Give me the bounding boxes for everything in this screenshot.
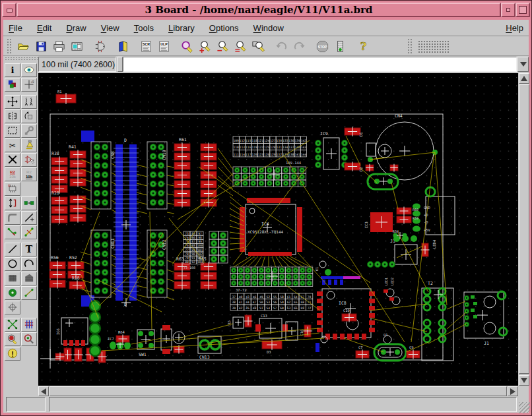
pcb-label-IC9[interactable]: IC9 <box>320 131 328 136</box>
pcb-label-R64[interactable]: R64 <box>118 330 125 334</box>
tool-auto[interactable] <box>21 318 37 332</box>
tool-pinswap[interactable] <box>5 196 20 210</box>
pcb-label-CN11[interactable]: CN11 <box>110 238 116 249</box>
tool-display[interactable] <box>5 78 20 92</box>
tool-mark[interactable]: +9 <box>21 78 37 92</box>
pcb-label-GND[interactable]: GND <box>424 206 430 210</box>
menu-options[interactable]: Options <box>209 23 239 33</box>
menu-draw[interactable]: Draw <box>66 23 86 33</box>
pcb-label-IC8[interactable]: IC8 <box>339 301 347 306</box>
tool-rotate[interactable] <box>21 109 37 123</box>
menu-library[interactable]: Library <box>168 23 195 33</box>
scroll-down-button[interactable] <box>519 375 529 386</box>
pcb-label-LED1[interactable]: LED1 <box>384 278 388 285</box>
vertical-scroll-thumb[interactable] <box>519 84 529 374</box>
tool-rect[interactable] <box>5 272 20 285</box>
pcb-label-C7[interactable]: C7 <box>358 345 363 349</box>
zoom-fit-button[interactable] <box>179 38 195 55</box>
pcb-label-109-144[interactable]: 109-144 <box>286 161 302 165</box>
tool-name[interactable]: R210k <box>5 167 20 181</box>
tool-group[interactable] <box>5 124 20 138</box>
tool-signal[interactable] <box>21 286 37 300</box>
tool-warn[interactable]: ! <box>5 347 20 361</box>
pcb-drawing[interactable]: R1R41R38R28R56R52R18CN8CN10CN11CN12DDR61… <box>38 73 518 386</box>
pcb-label-D3[interactable]: D3 <box>267 350 271 354</box>
tool-drc[interactable] <box>5 332 20 346</box>
pcb-label-K1[interactable]: K1 <box>315 267 319 271</box>
pcb-label-R60[interactable]: R60 <box>413 208 418 212</box>
tool-smash[interactable] <box>5 182 20 196</box>
save-button[interactable] <box>33 38 50 55</box>
horizontal-scroll-thumb[interactable] <box>50 386 507 396</box>
tool-copy[interactable] <box>21 95 37 109</box>
stop-button[interactable]: STOP <box>314 38 331 55</box>
undo-button[interactable] <box>273 38 290 55</box>
maximize-button[interactable] <box>515 3 530 17</box>
tool-hole[interactable] <box>5 301 20 314</box>
tool-arc[interactable] <box>21 257 37 271</box>
tool-change[interactable] <box>21 124 37 138</box>
pcb-label-IC7[interactable]: IC7 <box>108 337 114 341</box>
pcb-label-D1[interactable]: D1 <box>359 132 363 136</box>
pcb-label-XC95128XL-TQ144[interactable]: XC95128XL-TQ144 <box>248 229 284 234</box>
help-button[interactable]: ? <box>355 38 372 55</box>
pcb-label-R18[interactable]: R18 <box>72 276 80 281</box>
board-canvas[interactable]: R1R41R38R28R56R52R18CN8CN10CN11CN12DDR61… <box>38 73 518 386</box>
tool-info[interactable]: i <box>5 63 20 77</box>
vertical-scrollbar[interactable] <box>519 73 529 386</box>
gate-button[interactable] <box>92 38 108 55</box>
tool-route[interactable] <box>5 225 20 239</box>
tool-cut[interactable]: ✂ <box>5 138 20 152</box>
tool-miter[interactable] <box>5 211 20 225</box>
palette-grip[interactable] <box>5 57 38 61</box>
pcb-label-R59[interactable]: R59 <box>413 216 418 220</box>
tool-split[interactable] <box>21 211 37 225</box>
zoom-select-button[interactable] <box>232 38 249 55</box>
tool-paste[interactable] <box>21 138 37 152</box>
zoom-out-button[interactable] <box>215 38 231 55</box>
tool-text[interactable]: T <box>21 243 37 256</box>
tool-via[interactable] <box>5 286 20 300</box>
print-button[interactable] <box>51 38 67 55</box>
open-button[interactable] <box>15 38 32 55</box>
pcb-label-D2[interactable]: D2 <box>359 167 363 171</box>
pcb-label-R41[interactable]: R41 <box>69 144 77 150</box>
pcb-label-R52[interactable]: R52 <box>69 255 77 260</box>
tool-errors[interactable] <box>21 332 37 346</box>
pcb-label-+D[interactable]: +D <box>424 213 428 217</box>
pcb-label-R34[interactable]: R34 <box>393 229 399 233</box>
pcb-label-CN10[interactable]: CN10 <box>162 150 167 160</box>
pcb-label-SW1[interactable]: SW1 <box>139 352 147 357</box>
library-button[interactable] <box>115 38 131 55</box>
toolbar-grip[interactable] <box>7 38 13 54</box>
tool-replace[interactable] <box>21 196 37 210</box>
frame-bottom[interactable] <box>1 413 531 415</box>
resize-grip[interactable] <box>519 402 530 413</box>
pcb-label-C10[interactable]: C10 <box>343 309 350 312</box>
pcb-label-37-72[interactable]: 37-72 <box>236 288 247 292</box>
traffic-light-button[interactable] <box>332 38 349 55</box>
tool-polygon[interactable] <box>21 272 37 285</box>
pcb-label-LED4[interactable]: LED4 <box>432 239 436 249</box>
tool-value[interactable]: R210k <box>21 167 37 181</box>
horizontal-scrollbar[interactable] <box>38 386 518 396</box>
scroll-right-button[interactable] <box>508 386 518 396</box>
pcb-label-C13[interactable]: C13 <box>261 314 267 318</box>
scroll-left-button[interactable] <box>38 386 49 396</box>
scr-button[interactable]: SCR <box>138 38 154 55</box>
tool-ratsnest[interactable] <box>5 318 20 332</box>
scroll-up-button[interactable] <box>519 73 529 84</box>
redo-button[interactable] <box>291 38 308 55</box>
menu-help[interactable]: Help <box>506 23 523 33</box>
titlebar[interactable]: 3 Board - /home/nari/eagle/V11/V11a.brd <box>17 3 501 17</box>
window-menu-button[interactable] <box>2 3 17 17</box>
pcb-label-R38[interactable]: R38 <box>51 151 59 156</box>
menu-file[interactable]: File <box>9 23 22 33</box>
tool-show[interactable] <box>21 63 37 77</box>
pcb-label-73-108[interactable]: 73-108 <box>183 266 195 270</box>
tool-mirror[interactable] <box>5 109 20 123</box>
command-history-dropdown[interactable] <box>517 57 529 72</box>
frame-left[interactable] <box>1 1 3 415</box>
tool-move[interactable] <box>5 95 20 109</box>
zoom-in-button[interactable] <box>197 38 213 55</box>
